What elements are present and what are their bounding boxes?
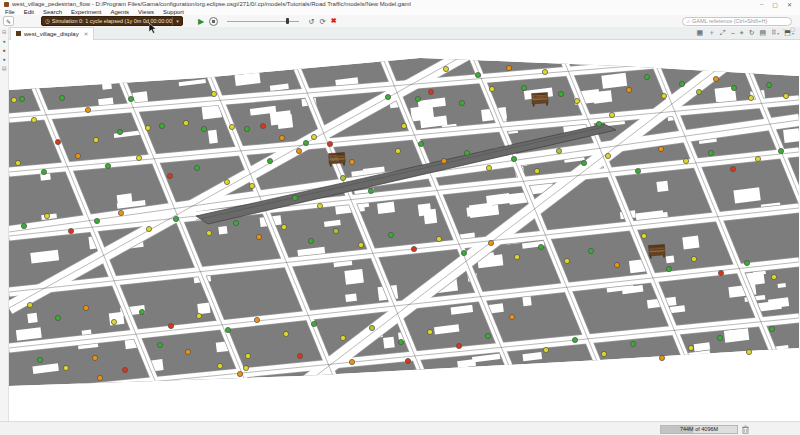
pedestrian-agent[interactable] [696,89,701,94]
pedestrian-agent[interactable] [21,223,26,228]
pedestrian-agent[interactable] [730,166,735,171]
pedestrian-agent[interactable] [311,134,316,139]
pedestrian-agent[interactable] [542,69,547,74]
focus-icon[interactable]: ⌖ [740,29,744,37]
pedestrian-agent[interactable] [55,315,60,320]
pedestrian-agent[interactable] [630,341,635,346]
pedestrian-agent[interactable] [283,331,288,336]
pedestrian-agent[interactable] [206,230,211,235]
slider-handle[interactable] [286,18,289,24]
stop-experiment-button[interactable]: ✖ [331,16,337,26]
zoom-in-icon[interactable]: ＋ [708,28,715,38]
pedestrian-agent[interactable] [97,375,102,380]
pedestrian-agent[interactable] [746,349,751,354]
pedestrian-agent[interactable] [157,342,162,347]
pedestrian-agent[interactable] [340,175,345,180]
zoom-fit-icon[interactable]: ⤢ [720,29,726,37]
pedestrian-agent[interactable] [514,254,519,259]
pedestrian-agent[interactable] [196,313,201,318]
pedestrian-agent[interactable] [194,165,199,170]
pedestrian-agent[interactable] [185,349,190,354]
pedestrian-agent[interactable] [485,333,490,338]
simulation-canvas[interactable] [9,40,800,421]
pedestrian-agent[interactable] [260,123,265,128]
pedestrian-agent[interactable] [311,321,316,326]
pedestrian-agent[interactable] [581,160,586,165]
pedestrian-agent[interactable] [249,183,254,188]
maximize-button[interactable]: ▢ [772,1,778,8]
pedestrian-agent[interactable] [511,156,516,161]
pedestrian-agent[interactable] [11,97,16,102]
pedestrian-agent[interactable] [641,233,646,238]
pedestrian-agent[interactable] [659,355,664,360]
pedestrian-agent[interactable] [614,262,619,267]
pedestrian-agent[interactable] [769,326,774,331]
view-minimize-icon[interactable]: － [781,26,786,32]
pedestrian-agent[interactable] [217,363,222,368]
pedestrian-agent[interactable] [349,359,354,364]
pedestrian-agent[interactable] [201,126,206,131]
pedestrian-agent[interactable] [237,371,242,376]
pedestrian-agent[interactable] [111,319,116,324]
pedestrian-agent[interactable] [173,216,178,221]
pedestrian-agent[interactable] [317,203,322,208]
reload-button[interactable]: ⟳ [319,16,325,26]
pedestrian-agent[interactable] [443,66,448,71]
pedestrian-agent[interactable] [418,141,423,146]
pedestrian-agent[interactable] [279,135,284,140]
pedestrian-agent[interactable] [778,148,783,153]
pedestrian-agent[interactable] [159,123,164,128]
pedestrian-agent[interactable] [464,150,469,155]
pedestrian-agent[interactable] [44,213,49,218]
edit-model-button[interactable]: ✎ [3,16,14,26]
pedestrian-agent[interactable] [456,343,461,348]
pedestrian-agent[interactable] [748,95,753,100]
pedestrian-agent[interactable] [105,163,110,168]
pedestrian-agent[interactable] [441,158,446,163]
pedestrian-agent[interactable] [644,74,649,79]
pedestrian-agent[interactable] [233,220,238,225]
pedestrian-agent[interactable] [267,158,272,163]
pedestrian-agent[interactable] [521,85,526,90]
pedestrian-agent[interactable] [245,353,250,358]
close-button[interactable]: ✕ [787,1,792,8]
minimize-button[interactable]: – [760,1,763,8]
pedestrian-agent[interactable] [488,240,493,245]
pedestrian-agent[interactable] [428,89,433,94]
pedestrian-agent[interactable] [369,325,374,330]
pedestrian-agent[interactable] [31,117,36,122]
menu-experiment[interactable]: Experiment [71,9,101,15]
pedestrian-agent[interactable] [459,100,464,105]
tab-close-icon[interactable]: ✕ [84,31,89,37]
pedestrian-agent[interactable] [783,93,788,98]
camera-icon[interactable]: ▦ [696,29,703,37]
pedestrian-agent[interactable] [224,179,229,184]
menu-support[interactable]: Support [163,9,184,15]
pedestrian-agent[interactable] [718,270,723,275]
pedestrian-agent[interactable] [771,274,776,279]
gc-trash-icon[interactable] [741,425,750,434]
pedestrian-agent[interactable] [139,309,144,314]
green-view-icon[interactable]: ● [2,39,5,44]
pedestrian-agent[interactable] [713,76,718,81]
pedestrian-agent[interactable] [229,124,234,129]
pedestrian-agent[interactable] [388,232,393,237]
pedestrian-agent[interactable] [666,266,671,271]
pedestrian-agent[interactable] [509,314,514,319]
pedestrian-agent[interactable] [486,165,491,170]
zoom-out-icon[interactable]: − [731,30,735,37]
memory-gauge[interactable]: 744M of 4096M [660,425,738,434]
pedestrian-agent[interactable] [688,345,693,350]
pedestrian-agent[interactable] [85,107,90,112]
speed-slider[interactable] [227,16,299,26]
pedestrian-agent[interactable] [340,335,345,340]
pedestrian-agent[interactable] [538,244,543,249]
pedestrian-agent[interactable] [303,140,308,145]
layers-panel-icon[interactable]: ▤ [2,66,7,71]
pedestrian-agent[interactable] [296,148,301,153]
pause-button[interactable] [209,17,218,26]
blue-view-icon[interactable]: ● [2,57,5,62]
pedestrian-agent[interactable] [27,302,32,307]
pedestrian-agent[interactable] [368,188,373,193]
pedestrian-agent[interactable] [574,98,579,103]
